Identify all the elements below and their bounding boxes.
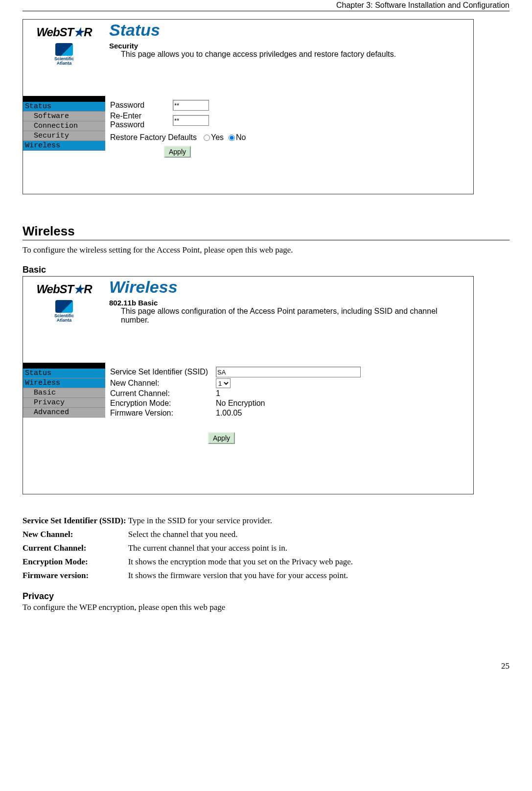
definitions-table: Service Set Identifier (SSID):Type in th… xyxy=(23,514,356,582)
reenter-password-label: Re-Enter Password xyxy=(110,112,173,129)
encryption-mode-value: No Encryption xyxy=(216,399,265,408)
scientific-atlanta-logo: ScientificAtlanta xyxy=(23,300,105,323)
webstar-logo: WebST★R xyxy=(23,282,105,296)
chapter-header: Chapter 3: Software Installation and Con… xyxy=(23,0,509,11)
apply-button[interactable]: Apply xyxy=(164,146,191,158)
ssid-input[interactable] xyxy=(216,367,361,377)
nav-privacy[interactable]: Privacy xyxy=(23,398,105,408)
wireless-heading: Wireless xyxy=(23,224,509,240)
table-row: Encryption Mode:It shows the encryption … xyxy=(23,555,356,569)
def-desc: Type in the SSID for your service provid… xyxy=(128,514,356,528)
password-label: Password xyxy=(110,101,173,110)
table-row: Firmware version:It shows the firmware v… xyxy=(23,569,356,582)
nav-wireless[interactable]: Wireless xyxy=(23,378,105,388)
new-channel-label: New Channel: xyxy=(110,379,216,388)
restore-no-label: No xyxy=(236,133,246,142)
def-term: Current Channel: xyxy=(23,541,128,555)
page-title: Status xyxy=(109,21,469,40)
nav-status[interactable]: Status xyxy=(23,102,105,112)
def-desc: It shows the encryption mode that you se… xyxy=(128,555,356,569)
current-channel-label: Current Channel: xyxy=(110,389,216,398)
nav-status[interactable]: Status xyxy=(23,369,105,378)
privacy-heading: Privacy xyxy=(23,591,509,602)
page-subtitle: 802.11b Basic xyxy=(109,299,469,307)
ssid-label: Service Set Identifier (SSID) xyxy=(110,368,216,376)
def-term: Service Set Identifier (SSID): xyxy=(23,514,128,528)
privacy-intro: To configure the WEP encryption, please … xyxy=(23,603,509,612)
webstar-logo: WebST★R xyxy=(23,25,105,39)
restore-no-radio[interactable] xyxy=(229,135,235,141)
page-number: 25 xyxy=(23,661,509,671)
nav-wireless[interactable]: Wireless xyxy=(23,141,105,151)
new-channel-select[interactable]: 1 xyxy=(216,378,231,388)
def-term: Encryption Mode: xyxy=(23,555,128,569)
def-desc: Select the channel that you need. xyxy=(128,528,356,541)
restore-yes-radio[interactable] xyxy=(204,135,210,141)
screenshot-wireless-basic: WebST★R ScientificAtlanta Wireless 802.1… xyxy=(23,276,474,494)
table-row: New Channel:Select the channel that you … xyxy=(23,528,356,541)
reenter-password-input[interactable] xyxy=(173,115,209,126)
nav-connection[interactable]: Connection xyxy=(23,121,105,131)
restore-yes-label: Yes xyxy=(211,133,224,142)
scientific-atlanta-logo: ScientificAtlanta xyxy=(23,43,105,66)
page-title: Wireless xyxy=(109,278,469,297)
nav-basic[interactable]: Basic xyxy=(23,388,105,398)
nav-software[interactable]: Software xyxy=(23,112,105,121)
def-desc: It shows the firmware version that you h… xyxy=(128,569,356,582)
def-desc: The current channel that your access poi… xyxy=(128,541,356,555)
table-row: Current Channel:The current channel that… xyxy=(23,541,356,555)
wireless-intro: To configure the wireless setting for th… xyxy=(23,245,509,255)
firmware-version-value: 1.00.05 xyxy=(216,409,242,418)
current-channel-value: 1 xyxy=(216,389,220,398)
page-description: This page allows configuration of the Ac… xyxy=(109,307,469,325)
def-term: Firmware version: xyxy=(23,569,128,582)
page-description: This page allows you to change access pr… xyxy=(109,50,469,59)
nav-security[interactable]: Security xyxy=(23,131,105,141)
firmware-version-label: Firmware Version: xyxy=(110,409,216,418)
table-row: Service Set Identifier (SSID):Type in th… xyxy=(23,514,356,528)
restore-defaults-label: Restore Factory Defaults xyxy=(110,133,197,142)
page-subtitle: Security xyxy=(109,42,469,50)
screenshot-status-security: WebST★R ScientificAtlanta Status Securit… xyxy=(23,19,474,194)
encryption-mode-label: Encryption Mode: xyxy=(110,399,216,408)
nav-advanced[interactable]: Advanced xyxy=(23,408,105,418)
password-input[interactable] xyxy=(173,100,209,111)
def-term: New Channel: xyxy=(23,528,128,541)
basic-heading: Basic xyxy=(23,265,509,275)
apply-button[interactable]: Apply xyxy=(208,432,235,444)
